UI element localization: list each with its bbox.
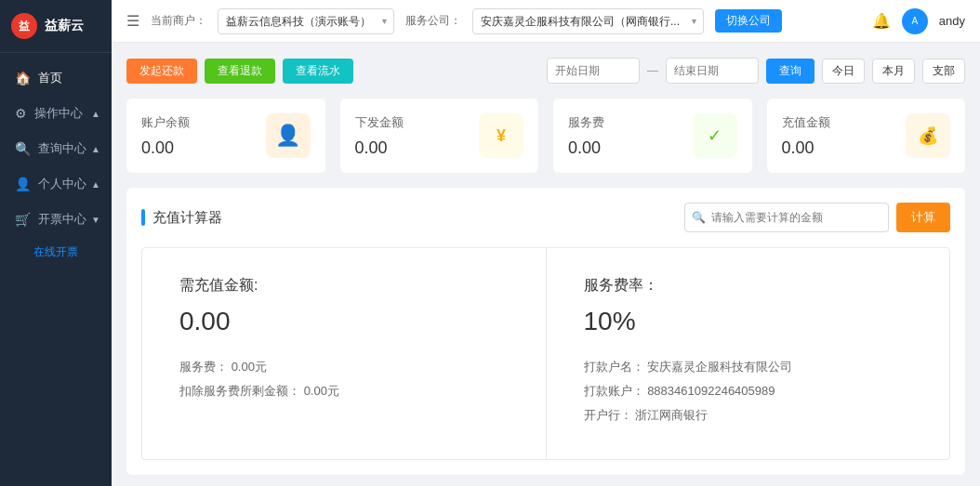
current-merchant-select-wrapper[interactable]: 益薪云信息科技（演示账号） [218, 8, 394, 34]
calc-info1-value: 安庆嘉灵企服科技有限公司 [647, 360, 792, 374]
stat-balance-value: 0.00 [141, 138, 190, 158]
current-merchant-select[interactable]: 益薪云信息科技（演示账号） [218, 8, 394, 34]
arrow-icon: ▼ [91, 215, 100, 225]
stat-card-recharge: 充值金额 0.00 💰 [767, 99, 966, 173]
stat-recharge-icon: 💰 [906, 113, 950, 158]
calc-sub1-value: 0.00元 [232, 360, 267, 374]
content-area: 发起还款 查看退款 查看流水 — 查询 今日 本月 支部 账户余额 0.00 [112, 43, 980, 486]
stat-balance-label: 账户余额 [141, 114, 190, 131]
operation-icon: ⚙ [15, 106, 27, 121]
switch-company-button[interactable]: 切换公司 [715, 9, 782, 33]
stat-balance-info: 账户余额 0.00 [141, 114, 190, 158]
calc-header: 充值计算器 🔍 计算 [141, 203, 950, 232]
calc-info2: 打款账户： 8883461092246405989 [584, 383, 913, 400]
start-date-input[interactable] [547, 58, 640, 84]
logo-text: 益薪云 [45, 18, 84, 34]
sidebar-item-home[interactable]: 🏠 首页 [0, 60, 112, 96]
calc-info3: 开户行： 浙江网商银行 [584, 407, 913, 424]
user-name: andy [939, 14, 965, 28]
service-company-select-wrapper[interactable]: 安庆嘉灵企服科技有限公司（网商银行... [472, 8, 704, 34]
view-records-button[interactable]: 查看退款 [205, 59, 275, 84]
sidebar-item-label: 查询中心 [38, 140, 86, 157]
view-flow-button[interactable]: 查看流水 [283, 59, 353, 84]
calc-right-panel: 服务费率： 10% 打款户名： 安庆嘉灵企服科技有限公司 打款账户： 88834… [547, 248, 950, 459]
arrow-icon: ▲ [91, 144, 100, 154]
sidebar-item-operation[interactable]: ⚙ 操作中心 ▲ [0, 96, 112, 131]
calc-info1: 打款户名： 安庆嘉灵企服科技有限公司 [584, 359, 913, 375]
stat-card-issued: 下发金额 0.00 ¥ [340, 99, 539, 173]
personal-icon: 👤 [15, 177, 31, 191]
stat-recharge-label: 充值金额 [782, 114, 830, 131]
calc-input-wrapper: 🔍 [684, 203, 889, 232]
notification-bell-icon[interactable]: 🔔 [872, 12, 891, 30]
calc-result: 需充值金额: 0.00 服务费： 0.00元 扣除服务费所剩金额： 0.00元 … [141, 247, 950, 460]
account-icon: 🛒 [15, 212, 31, 227]
stat-service-info: 服务费 0.00 [568, 114, 604, 158]
calculator-section: 充值计算器 🔍 计算 需充值金额: 0.00 服务费： 0.00元 [126, 188, 965, 475]
calc-info3-value: 浙江网商银行 [635, 408, 708, 422]
query-icon: 🔍 [15, 141, 31, 156]
sidebar-item-label: 首页 [38, 70, 62, 86]
calc-main-label: 需充值金额: [179, 276, 509, 296]
calc-sub2-value: 0.00元 [304, 384, 339, 398]
calc-input-area: 🔍 计算 [684, 203, 950, 232]
action-row: 发起还款 查看退款 查看流水 — 查询 今日 本月 支部 [126, 58, 965, 84]
calc-rate-value: 10% [584, 307, 913, 336]
calc-title-wrapper: 充值计算器 [141, 209, 222, 227]
service-company-select[interactable]: 安庆嘉灵企服科技有限公司（网商银行... [472, 8, 704, 34]
stat-issued-icon: ¥ [479, 113, 523, 158]
current-merchant-label: 当前商户： [151, 13, 206, 29]
stat-recharge-info: 充值金额 0.00 [782, 114, 830, 158]
stat-issued-label: 下发金额 [355, 114, 404, 131]
sidebar-item-label: 个人中心 [38, 176, 86, 192]
sidebar-item-personal[interactable]: 👤 个人中心 ▲ [0, 166, 112, 202]
arrow-icon: ▲ [91, 109, 100, 119]
calc-sub2-label: 扣除服务费所剩金额： [179, 384, 300, 398]
stats-row: 账户余额 0.00 👤 下发金额 0.00 ¥ 服务费 0 [126, 99, 965, 173]
stat-issued-value: 0.00 [355, 138, 404, 158]
calc-sub1: 服务费： 0.00元 [179, 359, 509, 375]
filter-row: — 查询 今日 本月 支部 [547, 58, 965, 84]
stat-service-label: 服务费 [568, 114, 604, 131]
arrow-icon: ▲ [91, 179, 100, 190]
branch-button[interactable]: 支部 [922, 59, 965, 84]
sidebar-item-query[interactable]: 🔍 查询中心 ▲ [0, 131, 112, 166]
calc-title-bar [141, 209, 145, 226]
sidebar-subitem-label: 在线开票 [33, 244, 78, 260]
stat-balance-icon: 👤 [266, 113, 311, 158]
calc-title: 充值计算器 [152, 209, 222, 227]
sidebar-item-account[interactable]: 🛒 开票中心 ▼ [0, 202, 112, 237]
calc-rate-label: 服务费率： [584, 276, 913, 296]
calc-info1-label: 打款户名： [584, 360, 644, 374]
sidebar-menu: 🏠 首页 ⚙ 操作中心 ▲ 🔍 查询中心 ▲ 👤 个人中心 ▲ 🛒 开票中心 ▼… [0, 53, 112, 486]
service-company-label: 服务公司： [405, 13, 461, 29]
sidebar: 益 益薪云 🏠 首页 ⚙ 操作中心 ▲ 🔍 查询中心 ▲ 👤 个人中心 ▲ 🛒 … [0, 0, 112, 486]
calc-info2-label: 打款账户： [584, 384, 644, 398]
user-avatar: A [902, 8, 928, 34]
search-icon: 🔍 [692, 211, 706, 224]
logo-icon: 益 [11, 13, 37, 39]
sidebar-item-label: 开票中心 [38, 211, 86, 228]
stat-recharge-value: 0.00 [782, 138, 830, 158]
stat-card-balance: 账户余额 0.00 👤 [126, 99, 325, 173]
month-button[interactable]: 本月 [872, 59, 915, 84]
calc-button[interactable]: 计算 [896, 203, 950, 232]
stat-issued-info: 下发金额 0.00 [355, 114, 404, 158]
sidebar-subitem-online-open[interactable]: 在线开票 [0, 237, 112, 268]
recharge-button[interactable]: 发起还款 [126, 59, 197, 84]
topbar: ☰ 当前商户： 益薪云信息科技（演示账号） 服务公司： 安庆嘉灵企服科技有限公司… [112, 0, 980, 43]
end-date-input[interactable] [666, 58, 759, 84]
hamburger-icon[interactable]: ☰ [126, 12, 139, 30]
calc-amount-input[interactable] [684, 203, 889, 232]
calc-info2-value: 8883461092246405989 [647, 384, 775, 398]
calc-info3-label: 开户行： [584, 408, 632, 422]
main-area: ☰ 当前商户： 益薪云信息科技（演示账号） 服务公司： 安庆嘉灵企服科技有限公司… [112, 0, 980, 486]
calc-sub2: 扣除服务费所剩金额： 0.00元 [179, 383, 509, 400]
calc-main-value: 0.00 [179, 307, 509, 336]
logo-area: 益 益薪云 [0, 0, 112, 53]
sidebar-item-label: 操作中心 [34, 105, 83, 122]
today-button[interactable]: 今日 [822, 59, 865, 84]
query-button[interactable]: 查询 [766, 59, 814, 84]
stat-service-value: 0.00 [568, 138, 604, 158]
home-icon: 🏠 [15, 71, 31, 85]
